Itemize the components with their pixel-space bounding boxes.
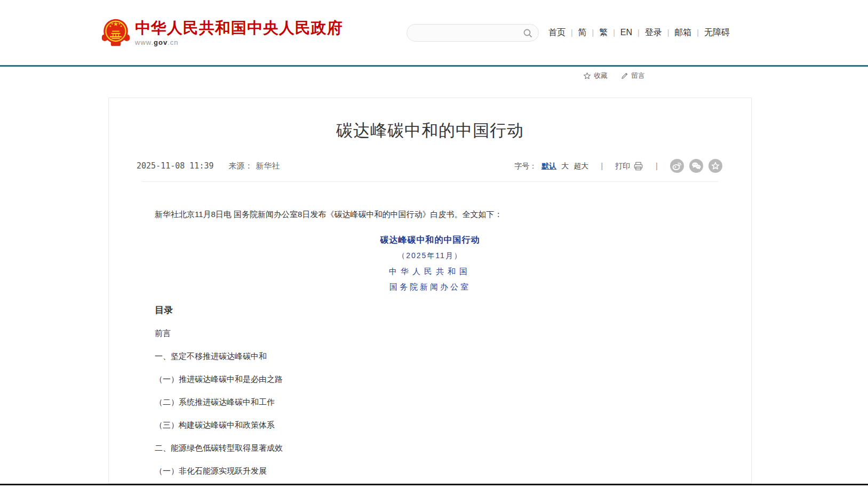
nav-separator: | (571, 28, 573, 37)
nav-separator: | (613, 28, 615, 37)
nav-login[interactable]: 登录 (644, 27, 663, 38)
printer-icon (633, 161, 643, 171)
wechat-share-icon[interactable] (689, 159, 703, 173)
site-title: 中华人民共和国中央人民政府 (135, 19, 343, 36)
document-title: 碳达峰碳中和的中国行动 (109, 234, 751, 246)
nav-separator: | (697, 28, 699, 37)
share-icons (670, 159, 722, 173)
print-label: 打印 (615, 161, 630, 171)
source-value[interactable]: 新华社 (256, 161, 280, 171)
favorite-button[interactable]: 收藏 (583, 71, 608, 81)
toc-item-1-2: （二）系统推进碳达峰碳中和工作 (155, 396, 705, 407)
site-header: 中华人民共和国中央人民政府 www.gov.cn 首页 | 简 | 繁 | EN (0, 0, 868, 65)
toc-item-preface: 前言 (155, 327, 705, 339)
brand-text: 中华人民共和国中央人民政府 www.gov.cn (135, 19, 343, 46)
page: 中华人民共和国中央人民政府 www.gov.cn 首页 | 简 | 繁 | EN (0, 0, 868, 488)
nav-traditional[interactable]: 繁 (598, 27, 609, 38)
site-brand[interactable]: 中华人民共和国中央人民政府 www.gov.cn (101, 17, 343, 48)
article-title: 碳达峰碳中和的中国行动 (109, 118, 751, 143)
viewport-bottom-line (0, 484, 868, 485)
site-url-cn: .cn (168, 38, 178, 46)
toc-item-1: 一、坚定不移推进碳达峰碳中和 (155, 350, 705, 362)
header-divider-line (0, 65, 868, 67)
toc-title: 目录 (155, 304, 705, 317)
toc-item-2-1: （一）非化石能源实现跃升发展 (155, 465, 705, 476)
toc-item-2: 二、能源绿色低碳转型取得显著成效 (155, 442, 705, 453)
meta-divider-line (142, 181, 718, 182)
toc-item-1-1: （一）推进碳达峰碳中和是必由之路 (155, 373, 705, 385)
nav-separator: | (667, 28, 670, 37)
article-meta-right: 字号： 默认 大 超大 | 打印 | (514, 159, 722, 173)
star-icon (583, 72, 591, 80)
intro-paragraph: 新华社北京11月8日电 国务院新闻办公室8日发布《碳达峰碳中和的中国行动》白皮书… (155, 209, 705, 220)
font-size-xlarge[interactable]: 超大 (574, 161, 588, 171)
site-url-www: www. (135, 38, 154, 46)
article-meta-left: 2025-11-08 11:39 来源： 新华社 (137, 161, 280, 171)
favorite-label: 收藏 (594, 71, 608, 81)
toc-item-1-3: （三）构建碳达峰碳中和政策体系 (155, 419, 705, 430)
document-date: （2025年11月） (109, 250, 751, 261)
search-box[interactable] (407, 24, 539, 42)
header-right: 首页 | 简 | 繁 | EN | 登录 | 邮箱 | 无障碍 (407, 24, 731, 42)
document-org-line-2: 国务院新闻办公室 (109, 282, 751, 292)
meta-separator: | (656, 161, 658, 171)
nav-separator: | (592, 28, 594, 37)
article-meta-row: 2025-11-08 11:39 来源： 新华社 字号： 默认 大 超大 | 打… (109, 159, 751, 173)
nav-mail[interactable]: 邮箱 (673, 27, 692, 38)
top-nav: 首页 | 简 | 繁 | EN | 登录 | 邮箱 | 无障碍 (547, 27, 731, 38)
toc-list: 前言 一、坚定不移推进碳达峰碳中和 （一）推进碳达峰碳中和是必由之路 （二）系统… (155, 327, 705, 476)
site-url-gov: gov (154, 38, 168, 46)
search-icon[interactable] (522, 28, 533, 38)
font-size-label: 字号： (514, 161, 537, 171)
article-card: 碳达峰碳中和的中国行动 2025-11-08 11:39 来源： 新华社 字号：… (108, 98, 752, 484)
pencil-icon (620, 72, 628, 80)
nav-accessibility[interactable]: 无障碍 (703, 27, 731, 38)
comment-label: 留言 (631, 71, 645, 81)
page-tools: 收藏 留言 (583, 71, 645, 81)
document-org-line-1: 中华人民共和国 (109, 266, 751, 277)
weibo-share-icon[interactable] (670, 159, 684, 173)
font-size-default[interactable]: 默认 (541, 161, 556, 171)
comment-button[interactable]: 留言 (620, 71, 645, 81)
nav-english[interactable]: EN (619, 28, 633, 37)
search-input[interactable] (407, 25, 538, 41)
font-size-large[interactable]: 大 (561, 161, 569, 171)
nav-simplified[interactable]: 简 (577, 27, 588, 38)
site-url: www.gov.cn (135, 38, 343, 46)
national-emblem-logo (101, 17, 130, 48)
print-button[interactable]: 打印 (615, 161, 643, 171)
nav-home[interactable]: 首页 (547, 27, 567, 38)
nav-separator: | (638, 28, 640, 37)
meta-separator: | (601, 161, 603, 171)
source-label: 来源： (229, 161, 253, 171)
publish-date: 2025-11-08 11:39 (137, 161, 214, 171)
favorite-share-icon[interactable] (708, 159, 722, 173)
